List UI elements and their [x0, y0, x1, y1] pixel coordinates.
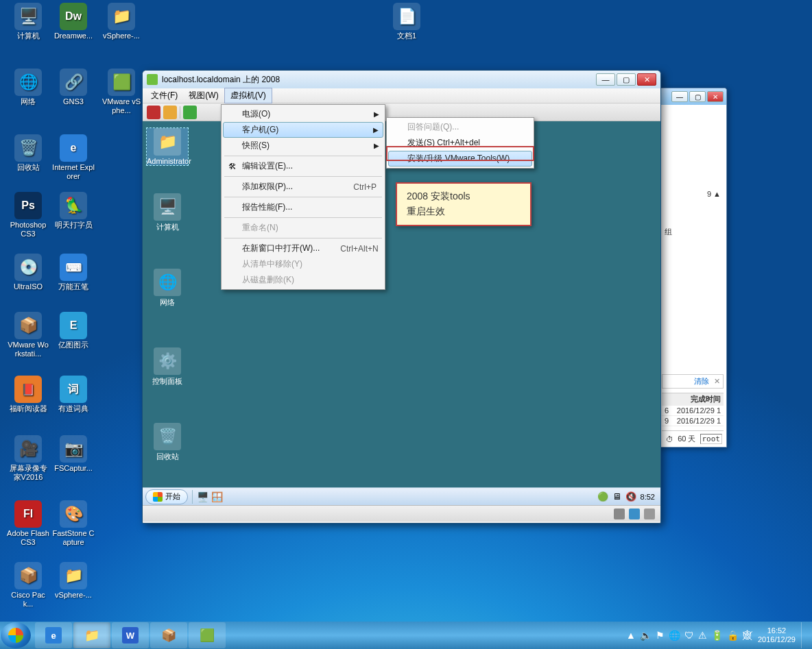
device-floppy-icon[interactable]: [644, 509, 655, 519]
menu-item[interactable]: 客户机(G)▶: [223, 122, 383, 138]
guest-tray-icon[interactable]: 🔇: [625, 491, 636, 502]
app-icon: 🖥️: [154, 193, 181, 221]
desktop-icon[interactable]: eInternet Explorer: [52, 134, 95, 181]
bgwin-row-time: 2016/12/29 1: [677, 406, 721, 415]
host-taskbar: e📁W📦🟩 ▲🔈⚑🌐🛡⚠🔋🔒🕸 16:52 2016/12/29: [0, 622, 812, 649]
host-date: 2016/12/29: [758, 635, 796, 644]
taskbar-item[interactable]: 🟩: [189, 622, 226, 648]
app-icon: 📁: [154, 128, 181, 156]
submenu-arrow-icon: ▶: [373, 126, 379, 134]
desktop-icon[interactable]: 🗑️回收站: [7, 134, 49, 172]
guest-desktop-icon[interactable]: 🗑️回收站: [147, 423, 188, 462]
menu-item[interactable]: 🛠编辑设置(E)...: [223, 158, 383, 174]
close-button[interactable]: ✕: [637, 73, 656, 86]
maximize-button[interactable]: ▢: [617, 73, 636, 86]
guest-quicklaunch-icon[interactable]: 🪟: [211, 491, 223, 502]
desktop-icon[interactable]: 📦VMware Workstati...: [7, 312, 49, 358]
tray-icon[interactable]: 🛡: [684, 630, 694, 641]
menu-item[interactable]: 快照(S)▶: [223, 138, 383, 154]
desktop-icon[interactable]: DwDreamwe...: [52, 3, 95, 40]
desktop-icon[interactable]: 🔗GNS3: [52, 69, 95, 106]
desktop-icon[interactable]: 📕福昕阅读器: [7, 376, 49, 413]
desktop-icon[interactable]: 📄文档1: [385, 3, 428, 40]
bgwin-max[interactable]: ▢: [689, 91, 706, 102]
power-off-button[interactable]: [147, 106, 160, 119]
bgwin-min[interactable]: —: [671, 91, 688, 102]
desktop-icon[interactable]: 📁vSphere-...: [52, 562, 95, 600]
menu-item[interactable]: 报告性能(F)...: [223, 199, 383, 215]
show-desktop-button[interactable]: [801, 622, 808, 648]
desktop-icon[interactable]: FlAdobe Flash CS3: [7, 500, 49, 547]
pause-button[interactable]: [163, 106, 177, 119]
desktop-icon[interactable]: 📦Cisco Pack...: [7, 562, 49, 609]
submenu-item[interactable]: 安装/升级 VMware Tools(W): [388, 151, 532, 167]
menu-view[interactable]: 视图(W): [183, 88, 224, 103]
icon-label: 万能五笔: [52, 282, 95, 291]
menu-vm[interactable]: 虚拟机(V): [224, 88, 272, 103]
icon-label: 屏幕录像专家V2016: [7, 464, 49, 482]
menu-item[interactable]: 在新窗口中打开(W)...Ctrl+Alt+N: [223, 241, 383, 256]
tray-icon[interactable]: 🔈: [640, 630, 652, 641]
minimize-button[interactable]: —: [596, 73, 615, 86]
desktop-icon[interactable]: 🌐网络: [7, 69, 49, 106]
guest-desktop-icon[interactable]: ⚙️控制面板: [147, 347, 188, 387]
menu-item[interactable]: 添加权限(P)...Ctrl+P: [223, 179, 383, 195]
menu-item[interactable]: 电源(O)▶: [223, 106, 383, 122]
guest-start-button[interactable]: 开始: [145, 489, 188, 504]
desktop-icon[interactable]: 🟩VMware vSphe...: [100, 69, 143, 115]
desktop-icon[interactable]: 📷FSCaptur...: [52, 435, 95, 473]
guest-tray-icon[interactable]: 🖥: [612, 491, 621, 502]
tray-icon[interactable]: 🌐: [669, 630, 680, 641]
power-on-button[interactable]: [183, 106, 197, 119]
host-clock[interactable]: 16:52 2016/12/29: [758, 626, 796, 644]
guest-clock[interactable]: 8:52: [641, 493, 655, 501]
vmc-titlebar[interactable]: localhost.localdomain 上的 2008 — ▢ ✕: [143, 71, 660, 88]
desktop-icon[interactable]: 🦜明天打字员: [52, 192, 95, 230]
bgwin-body: 9 ▲ 组 清除 ✕ 完成时间 62016/12/29 1 92016/12/2…: [659, 105, 726, 450]
desktop-icon[interactable]: E亿图图示: [52, 312, 95, 350]
app-icon: E: [60, 312, 87, 339]
guest-tray-network-icon[interactable]: 🟢: [597, 491, 608, 502]
close-x-icon[interactable]: ✕: [714, 377, 720, 385]
tray-icon[interactable]: 🔋: [711, 630, 723, 641]
tray-icon[interactable]: 🕸: [743, 630, 752, 641]
guest-desktop-icon[interactable]: 🖥️计算机: [147, 193, 188, 232]
icon-label: FSCaptur...: [52, 464, 95, 473]
bgwin-clear-link[interactable]: 清除: [694, 377, 709, 385]
desktop-icon[interactable]: 🎥屏幕录像专家V2016: [7, 435, 49, 482]
task-app-icon: 📦: [161, 628, 176, 643]
tray-icon[interactable]: ⚑: [656, 630, 665, 641]
app-icon: Fl: [14, 500, 42, 528]
taskbar-item[interactable]: 📦: [150, 622, 187, 648]
desktop-icon[interactable]: 💿UltraISO: [7, 254, 49, 291]
submenu-item[interactable]: 发送(S) Ctrl+Alt+del: [388, 135, 532, 151]
tray-icon[interactable]: ▲: [626, 630, 636, 641]
host-start-button[interactable]: [1, 622, 31, 648]
taskbar-item[interactable]: W: [112, 622, 149, 648]
icon-label: vSphere-...: [52, 591, 95, 600]
desktop-icon[interactable]: ⌨万能五笔: [52, 254, 95, 291]
app-icon: 🌐: [14, 69, 42, 96]
menu-file[interactable]: 文件(F): [145, 88, 183, 103]
menu-item-label: 编辑设置(E)...: [242, 160, 293, 172]
tray-icon[interactable]: ⚠: [698, 630, 707, 641]
task-app-icon: 🟩: [200, 628, 215, 643]
guest-quicklaunch-icon[interactable]: 🖥️: [197, 491, 208, 502]
bgwin-close[interactable]: ✕: [707, 91, 724, 102]
annotation-note: 2008 安装tools 重启生效: [396, 182, 532, 226]
device-network-icon[interactable]: [629, 509, 640, 519]
desktop-icon[interactable]: PsPhotoshop CS3: [7, 192, 49, 238]
submenu-arrow-icon: ▶: [374, 142, 379, 149]
submenu-arrow-icon: ▶: [374, 110, 379, 118]
guest-desktop-icon[interactable]: 📁Administrator: [147, 128, 188, 165]
guest-desktop-icon[interactable]: 🌐网络: [147, 269, 188, 308]
device-cdrom-icon[interactable]: [614, 509, 625, 519]
desktop-icon[interactable]: 📁vSphere-...: [100, 3, 143, 40]
taskbar-item[interactable]: 📁: [73, 622, 110, 648]
desktop-icon[interactable]: 词有道词典: [52, 376, 95, 413]
desktop-icon[interactable]: 🎨FastStone Capture: [52, 500, 95, 547]
taskbar-item[interactable]: e: [35, 622, 72, 648]
license-icon: ⏱: [666, 435, 673, 443]
tray-icon[interactable]: 🔒: [727, 630, 739, 641]
desktop-icon[interactable]: 🖥️计算机: [7, 3, 49, 40]
